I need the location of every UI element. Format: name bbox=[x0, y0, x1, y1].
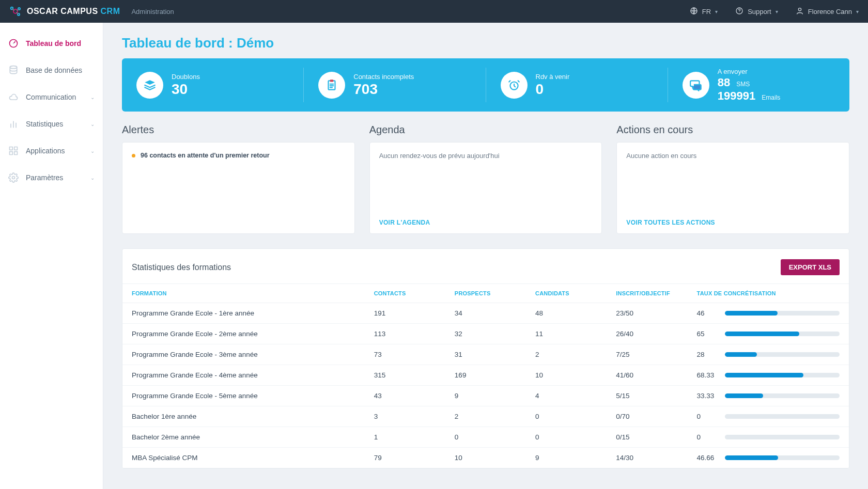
cell-taux: 0 bbox=[688, 427, 849, 448]
progress-fill bbox=[725, 332, 800, 336]
sidebar-item-base-de-donn-es[interactable]: Base de données bbox=[0, 57, 103, 84]
chevron-down-icon: ⌄ bbox=[90, 148, 95, 154]
cell-candidats: 0 bbox=[526, 406, 607, 427]
cell-contacts: 113 bbox=[365, 324, 445, 344]
svg-point-12 bbox=[13, 43, 14, 44]
col-inscrit-header[interactable]: INSCRIT/OBJECTIF bbox=[607, 284, 687, 303]
summary-envoi[interactable]: A envoyer 88 SMS 199991 Emails bbox=[668, 68, 849, 102]
cell-inscrit: 0/70 bbox=[607, 406, 687, 427]
cell-candidats: 0 bbox=[526, 427, 607, 448]
summary-rdv-label: Rdv à venir bbox=[536, 73, 570, 81]
cell-formation: Programme Grande Ecole - 5ème année bbox=[122, 386, 365, 406]
cell-candidats: 4 bbox=[526, 386, 607, 406]
chevron-down-icon: ⌄ bbox=[90, 121, 95, 127]
table-row[interactable]: Programme Grande Ecole - 5ème année43945… bbox=[122, 386, 849, 406]
cell-formation: Programme Grande Ecole - 4ème année bbox=[122, 365, 365, 386]
agenda-empty-text: Aucun rendez-vous de prévu aujourd'hui bbox=[379, 152, 593, 160]
svg-rect-17 bbox=[10, 147, 13, 150]
cloud-icon bbox=[8, 92, 19, 102]
table-row[interactable]: Programme Grande Ecole - 1ère année19134… bbox=[122, 303, 849, 324]
cell-candidats: 11 bbox=[526, 324, 607, 344]
administration-link[interactable]: Administration bbox=[131, 8, 174, 15]
summary-bar: Doublons 30 Contacts incomplets 703 Rd bbox=[122, 58, 849, 112]
summary-rdv-value: 0 bbox=[536, 82, 570, 98]
table-row[interactable]: Programme Grande Ecole - 3ème année73312… bbox=[122, 344, 849, 365]
table-row[interactable]: Bachelor 1ère année3200/700 bbox=[122, 406, 849, 427]
table-row[interactable]: Programme Grande Ecole - 2ème année11332… bbox=[122, 324, 849, 344]
progress-fill bbox=[725, 373, 803, 377]
actions-view-link[interactable]: VOIR TOUTES LES ACTIONS bbox=[626, 210, 840, 226]
cell-prospects: 34 bbox=[445, 303, 526, 324]
col-formation-header[interactable]: FORMATION bbox=[122, 284, 365, 303]
stats-table-header-row: FORMATION CONTACTS PROSPECTS CANDIDATS I… bbox=[122, 284, 849, 303]
summary-incomplets-label: Contacts incomplets bbox=[353, 73, 414, 81]
cell-candidats: 2 bbox=[526, 344, 607, 365]
support-label: Support bbox=[748, 8, 771, 15]
globe-icon bbox=[690, 7, 698, 17]
cell-taux: 46 bbox=[688, 303, 849, 324]
cell-candidats: 48 bbox=[526, 303, 607, 324]
gauge-icon bbox=[8, 38, 19, 49]
chevron-down-icon: ▾ bbox=[776, 9, 778, 14]
cell-inscrit: 41/60 bbox=[607, 365, 687, 386]
sidebar-item-applications[interactable]: Applications⌄ bbox=[0, 137, 103, 164]
summary-envoi-sms-unit: SMS bbox=[736, 81, 750, 88]
bar-chart-icon bbox=[8, 119, 19, 129]
cell-contacts: 1 bbox=[365, 427, 445, 448]
cell-taux: 68.33 bbox=[688, 365, 849, 386]
summary-envoi-sms: 88 SMS bbox=[718, 76, 781, 89]
language-menu[interactable]: FR ▾ bbox=[690, 7, 718, 17]
cell-contacts: 43 bbox=[365, 386, 445, 406]
cell-formation: Bachelor 2ème année bbox=[122, 427, 365, 448]
sidebar-item-param-tres[interactable]: Paramètres⌄ bbox=[0, 164, 103, 191]
table-row[interactable]: Bachelor 2ème année1000/150 bbox=[122, 427, 849, 448]
cell-inscrit: 14/30 bbox=[607, 448, 687, 468]
brand-main: OSCAR CAMPUS bbox=[27, 7, 98, 15]
panel-alerts-body: 96 contacts en attente d'un premier reto… bbox=[122, 142, 355, 234]
cell-taux: 28 bbox=[688, 344, 849, 365]
stats-card: Statistiques des formations EXPORT XLS F… bbox=[122, 248, 849, 469]
svg-rect-19 bbox=[10, 152, 13, 155]
sidebar-item-communication[interactable]: Communication⌄ bbox=[0, 84, 103, 111]
progress-bar bbox=[725, 332, 840, 336]
export-xls-button[interactable]: EXPORT XLS bbox=[781, 259, 840, 275]
alarm-clock-icon bbox=[501, 72, 528, 99]
brand[interactable]: OSCAR CAMPUS CRM bbox=[9, 5, 120, 18]
brand-text: OSCAR CAMPUS CRM bbox=[27, 7, 120, 16]
cell-formation: Bachelor 1ère année bbox=[122, 406, 365, 427]
stats-table: FORMATION CONTACTS PROSPECTS CANDIDATS I… bbox=[122, 283, 849, 468]
summary-doublons[interactable]: Doublons 30 bbox=[122, 68, 304, 102]
panel-actions: Actions en cours Aucune action en cours … bbox=[616, 124, 849, 234]
summary-incomplets[interactable]: Contacts incomplets 703 bbox=[304, 68, 486, 102]
summary-rdv[interactable]: Rdv à venir 0 bbox=[486, 68, 668, 102]
rate-value: 46.66 bbox=[697, 454, 718, 462]
rate-value: 33.33 bbox=[697, 392, 718, 400]
cell-prospects: 32 bbox=[445, 324, 526, 344]
sidebar-item-tableau-de-bord[interactable]: Tableau de bord bbox=[0, 30, 103, 57]
sidebar-item-statistiques[interactable]: Statistiques⌄ bbox=[0, 111, 103, 137]
cell-candidats: 10 bbox=[526, 365, 607, 386]
cell-contacts: 79 bbox=[365, 448, 445, 468]
svg-rect-23 bbox=[330, 80, 334, 82]
alert-line[interactable]: 96 contacts en attente d'un premier reto… bbox=[132, 152, 345, 159]
table-row[interactable]: MBA Spécialisé CPM7910914/3046.66 bbox=[122, 448, 849, 468]
stats-card-header: Statistiques des formations EXPORT XLS bbox=[122, 249, 849, 283]
svg-point-9 bbox=[739, 12, 740, 12]
cell-formation: Programme Grande Ecole - 2ème année bbox=[122, 324, 365, 344]
col-taux-header[interactable]: TAUX DE CONCRÉTISATION bbox=[688, 284, 849, 303]
language-label: FR bbox=[702, 8, 711, 15]
cell-prospects: 31 bbox=[445, 344, 526, 365]
col-prospects-header[interactable]: PROSPECTS bbox=[445, 284, 526, 303]
table-row[interactable]: Programme Grande Ecole - 4ème année31516… bbox=[122, 365, 849, 386]
agenda-view-link[interactable]: VOIR L'AGENDA bbox=[379, 210, 593, 226]
col-candidats-header[interactable]: CANDIDATS bbox=[526, 284, 607, 303]
cell-taux: 0 bbox=[688, 406, 849, 427]
brand-logo-icon bbox=[9, 5, 22, 18]
cell-contacts: 73 bbox=[365, 344, 445, 365]
col-contacts-header[interactable]: CONTACTS bbox=[365, 284, 445, 303]
user-menu[interactable]: Florence Cann ▾ bbox=[796, 7, 859, 17]
support-menu[interactable]: Support ▾ bbox=[735, 7, 778, 17]
cell-prospects: 2 bbox=[445, 406, 526, 427]
chevron-down-icon: ▾ bbox=[715, 9, 718, 14]
panel-agenda-title: Agenda bbox=[369, 124, 602, 136]
